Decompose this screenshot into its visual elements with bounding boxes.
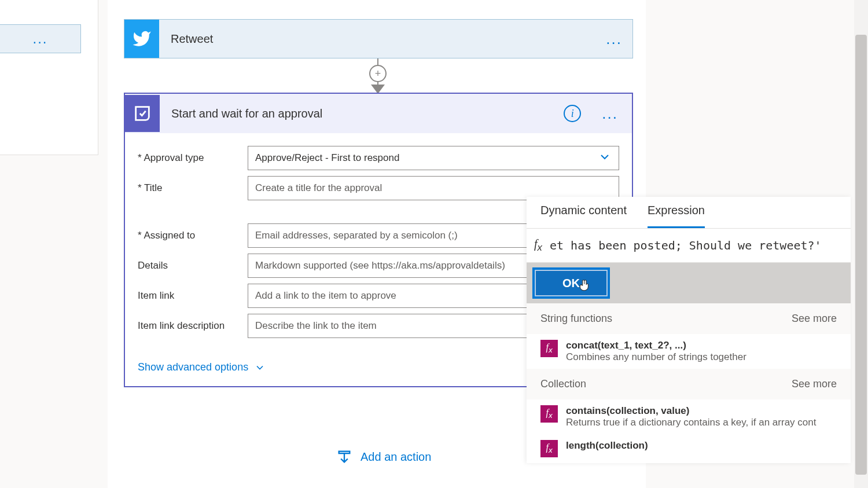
concat-description: Combines any number of strings together (566, 351, 746, 363)
details-label: Details (138, 260, 248, 271)
approval-type-label: Approval type (138, 152, 248, 164)
approval-type-value: Approve/Reject - First to respond (255, 152, 598, 164)
function-item-concat[interactable]: fx concat(text_1, text_2?, ...) Combines… (527, 334, 851, 369)
chevron-down-icon (254, 362, 266, 373)
contains-description: Returns true if a dictionary contains a … (566, 417, 816, 428)
left-sidebar-fragment: ... (0, 0, 98, 155)
more-icon[interactable]: ... (32, 36, 47, 42)
field-approval-type: Approval type Approve/Reject - First to … (138, 146, 619, 170)
function-item-contains[interactable]: fx contains(collection, value) Returns t… (527, 399, 851, 434)
fx-icon: fx (527, 237, 550, 254)
collection-header: Collection (540, 378, 586, 390)
tab-expression[interactable]: Expression (648, 204, 705, 228)
length-text: length(collection) (566, 440, 648, 452)
approval-title: Start and wait for an approval (171, 107, 564, 120)
vertical-scrollbar-track[interactable] (854, 0, 868, 488)
concat-signature: concat(text_1, text_2?, ...) (566, 340, 746, 351)
function-item-length[interactable]: fx length(collection) (527, 434, 851, 463)
add-action-button[interactable]: Add an action (336, 449, 431, 465)
category-string-functions: String functions See more (527, 303, 851, 334)
title-label: Title (138, 182, 248, 194)
cursor-hand-icon (578, 278, 593, 296)
expression-input-row: fx (527, 228, 851, 263)
fx-badge-icon: fx (540, 405, 558, 423)
collection-see-more[interactable]: See more (792, 378, 837, 390)
twitter-icon (124, 20, 159, 58)
show-advanced-options-label: Show advanced options (138, 361, 248, 373)
length-signature: length(collection) (566, 440, 648, 452)
string-functions-see-more[interactable]: See more (792, 313, 837, 325)
item-link-label: Item link (138, 290, 248, 302)
ok-row: OK (527, 263, 851, 303)
vertical-scrollbar-thumb[interactable] (855, 35, 867, 475)
expression-tabs: Dynamic content Expression (527, 197, 851, 228)
svg-rect-0 (339, 452, 350, 454)
approval-icon (125, 95, 160, 132)
info-icon[interactable]: i (564, 105, 581, 122)
category-collection: Collection See more (527, 369, 851, 399)
retweet-title: Retweet (171, 32, 595, 46)
contains-text: contains(collection, value) Returns true… (566, 405, 816, 428)
chevron-down-icon (598, 150, 612, 166)
concat-text: concat(text_1, text_2?, ...) Combines an… (566, 340, 746, 363)
fx-badge-icon: fx (540, 340, 558, 357)
string-functions-header: String functions (540, 313, 612, 325)
expression-input[interactable] (550, 239, 851, 252)
action-card-retweet[interactable]: Retweet ... (124, 19, 633, 58)
approval-more-button[interactable]: ... (591, 105, 632, 123)
retweet-more-button[interactable]: ... (595, 30, 632, 48)
add-action-icon (336, 449, 352, 465)
expression-popup: Dynamic content Expression fx OK String … (527, 197, 851, 463)
tab-dynamic-content[interactable]: Dynamic content (540, 204, 627, 228)
contains-signature: contains(collection, value) (566, 405, 816, 417)
fx-badge-icon: fx (540, 440, 558, 457)
insert-step-button[interactable]: + (369, 65, 387, 82)
assigned-to-label: Assigned to (138, 230, 248, 241)
sidebar-card[interactable]: ... (0, 24, 81, 53)
add-action-label: Add an action (361, 450, 431, 464)
approval-type-dropdown[interactable]: Approve/Reject - First to respond (248, 146, 619, 170)
approval-header[interactable]: Start and wait for an approval i ... (125, 94, 632, 133)
ok-button[interactable]: OK (534, 269, 609, 298)
show-advanced-options-link[interactable]: Show advanced options (138, 361, 266, 373)
item-link-desc-label: Item link description (138, 320, 248, 332)
